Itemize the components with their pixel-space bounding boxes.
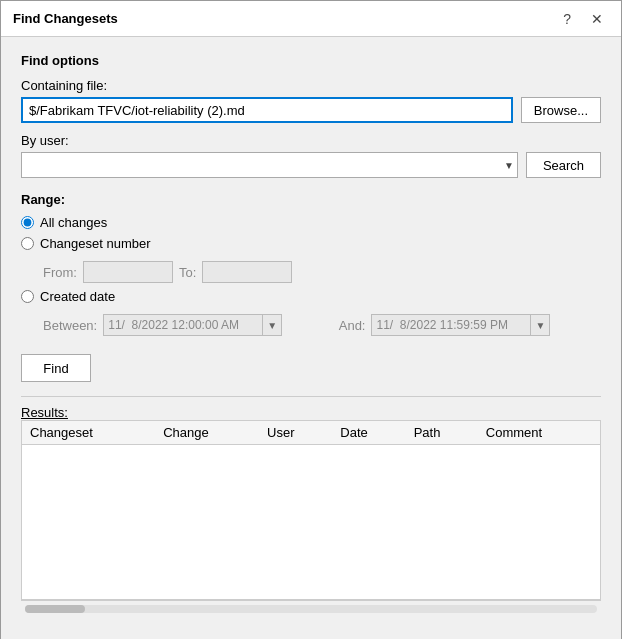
separator <box>21 396 601 397</box>
range-label: Range: <box>21 192 601 207</box>
changeset-number-radio[interactable] <box>21 237 34 250</box>
dialog-body: Find options Containing file: Browse... … <box>1 37 621 632</box>
bottom-bar: Details... Close <box>1 632 621 639</box>
search-button[interactable]: Search <box>526 152 601 178</box>
created-date-fields: Between: ▼ And: ▼ <box>43 314 601 336</box>
changeset-number-fields: From: To: <box>43 261 601 283</box>
results-table: Changeset Change User Date Path Comment <box>22 421 600 445</box>
radio-group: All changes Changeset number From: To: C… <box>21 215 601 336</box>
containing-file-label: Containing file: <box>21 78 601 93</box>
by-user-combo-wrapper: ▼ <box>21 152 518 178</box>
between-date-wrapper: ▼ <box>103 314 333 336</box>
results-label: Results: <box>21 405 601 420</box>
horizontal-scrollbar[interactable] <box>21 600 601 616</box>
col-change: Change <box>155 421 259 445</box>
created-date-row: Created date <box>21 289 601 304</box>
col-comment: Comment <box>478 421 600 445</box>
by-user-select[interactable] <box>21 152 518 178</box>
from-label: From: <box>43 265 77 280</box>
scrollbar-thumb <box>25 605 85 613</box>
browse-button[interactable]: Browse... <box>521 97 601 123</box>
between-date-input[interactable] <box>103 314 263 336</box>
col-path: Path <box>406 421 478 445</box>
and-date-picker-button[interactable]: ▼ <box>531 314 550 336</box>
by-user-row: ▼ Search <box>21 152 601 178</box>
find-options-label: Find options <box>21 53 601 68</box>
find-changesets-dialog: Find Changesets ? ✕ Find options Contain… <box>0 0 622 639</box>
containing-file-row: Browse... <box>21 97 601 123</box>
title-bar-buttons: ? ✕ <box>557 9 609 29</box>
changeset-number-label[interactable]: Changeset number <box>40 236 151 251</box>
changeset-from-input[interactable] <box>83 261 173 283</box>
range-section: Range: All changes Changeset number From… <box>21 192 601 336</box>
all-changes-label[interactable]: All changes <box>40 215 107 230</box>
col-date: Date <box>332 421 405 445</box>
close-title-button[interactable]: ✕ <box>585 9 609 29</box>
all-changes-row: All changes <box>21 215 601 230</box>
dialog-title: Find Changesets <box>13 11 118 26</box>
and-label: And: <box>339 318 366 333</box>
changeset-number-row: Changeset number <box>21 236 601 251</box>
results-header-row: Changeset Change User Date Path Comment <box>22 421 600 445</box>
find-button-row: Find <box>21 354 601 382</box>
between-label: Between: <box>43 318 97 333</box>
changeset-to-input[interactable] <box>202 261 292 283</box>
find-button[interactable]: Find <box>21 354 91 382</box>
col-changeset: Changeset <box>22 421 155 445</box>
containing-file-input[interactable] <box>21 97 513 123</box>
created-date-radio[interactable] <box>21 290 34 303</box>
title-bar: Find Changesets ? ✕ <box>1 1 621 37</box>
results-section: Results: Changeset Change User Date Path… <box>21 405 601 616</box>
by-user-group: By user: ▼ Search <box>21 133 601 178</box>
scrollbar-track <box>25 605 597 613</box>
and-date-wrapper: ▼ <box>371 314 601 336</box>
by-user-label: By user: <box>21 133 601 148</box>
to-label: To: <box>179 265 196 280</box>
between-date-picker-button[interactable]: ▼ <box>263 314 282 336</box>
all-changes-radio[interactable] <box>21 216 34 229</box>
help-button[interactable]: ? <box>557 9 577 29</box>
created-date-label[interactable]: Created date <box>40 289 115 304</box>
and-date-input[interactable] <box>371 314 531 336</box>
results-table-wrapper[interactable]: Changeset Change User Date Path Comment <box>21 420 601 600</box>
containing-file-group: Containing file: Browse... <box>21 78 601 123</box>
col-user: User <box>259 421 332 445</box>
